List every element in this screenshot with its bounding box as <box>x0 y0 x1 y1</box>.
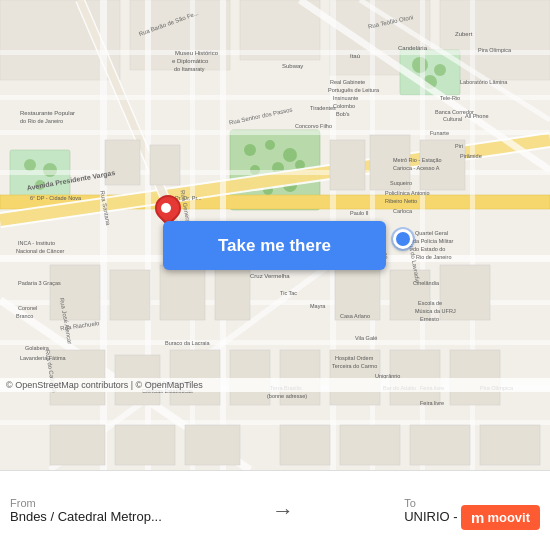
svg-text:Vila Galé: Vila Galé <box>355 335 377 341</box>
svg-text:Casa Arlano: Casa Arlano <box>340 313 370 319</box>
svg-text:do Estado do: do Estado do <box>413 246 445 252</box>
svg-text:Português de Leitura: Português de Leitura <box>328 87 380 93</box>
svg-rect-56 <box>50 265 100 320</box>
svg-text:Pira Olímpica: Pira Olímpica <box>478 47 512 53</box>
svg-text:All Phone: All Phone <box>465 113 489 119</box>
svg-text:Funarte: Funarte <box>430 130 449 136</box>
bottom-bar: From Bndes / Catedral Metrop... → To UNI… <box>0 470 550 550</box>
svg-rect-39 <box>0 95 550 100</box>
take-me-there-button[interactable]: Take me there <box>163 221 386 270</box>
svg-text:Zubert: Zubert <box>455 31 473 37</box>
svg-text:do Rio de Janeiro: do Rio de Janeiro <box>20 118 63 124</box>
from-name: Bndes / Catedral Metrop... <box>10 509 162 524</box>
svg-rect-75 <box>340 425 400 465</box>
svg-text:Carioca - Acesso A: Carioca - Acesso A <box>393 165 440 171</box>
svg-text:(bonne adresse): (bonne adresse) <box>267 393 307 399</box>
svg-text:Buraco da Lacraia: Buraco da Lacraia <box>165 340 211 346</box>
svg-text:6° DP - Cidade Nova: 6° DP - Cidade Nova <box>30 195 82 201</box>
attribution-bar: © OpenStreetMap contributors | © OpenMap… <box>0 378 550 392</box>
svg-point-22 <box>24 159 36 171</box>
svg-text:Piri: Piri <box>455 143 463 149</box>
map-area[interactable]: Avenida Presidente Vargas Rua Barão de S… <box>0 0 550 470</box>
svg-text:Lavanderia Fátima: Lavanderia Fátima <box>20 355 66 361</box>
svg-text:Real Gabinete: Real Gabinete <box>330 79 365 85</box>
svg-rect-51 <box>105 140 140 185</box>
svg-text:Policlínica Antonio: Policlínica Antonio <box>385 190 430 196</box>
svg-text:Mayra: Mayra <box>310 303 326 309</box>
route-from: From Bndes / Catedral Metrop... <box>10 497 162 524</box>
route-arrow: → <box>272 498 294 524</box>
moovit-wordmark: moovit <box>487 510 530 525</box>
attribution-text: © OpenStreetMap contributors | © OpenMap… <box>6 380 203 390</box>
from-label: From <box>10 497 162 509</box>
app-container: Avenida Presidente Vargas Rua Barão de S… <box>0 0 550 550</box>
svg-rect-77 <box>480 425 540 465</box>
svg-rect-72 <box>115 425 175 465</box>
svg-text:Restaurante Popular: Restaurante Popular <box>20 110 75 116</box>
svg-rect-52 <box>150 145 180 185</box>
svg-text:Cultural: Cultural <box>443 116 462 122</box>
svg-text:Nacional de Câncer: Nacional de Câncer <box>16 248 64 254</box>
svg-rect-38 <box>0 50 550 55</box>
svg-text:Feira livre: Feira livre <box>420 400 444 406</box>
svg-text:Metrô Rio - Estação: Metrô Rio - Estação <box>393 157 442 163</box>
svg-text:Carloca: Carloca <box>393 208 413 214</box>
svg-text:Hospital Ordem: Hospital Ordem <box>335 355 374 361</box>
svg-rect-71 <box>50 425 105 465</box>
svg-text:Tic Tac: Tic Tac <box>280 290 297 296</box>
svg-text:INCA - Instituto: INCA - Instituto <box>18 240 55 246</box>
svg-text:da Polícia Militar: da Polícia Militar <box>413 238 454 244</box>
svg-text:Rio de Janeiro: Rio de Janeiro <box>416 254 451 260</box>
svg-text:Candelária: Candelária <box>398 45 428 51</box>
svg-text:Ribeiro Netto: Ribeiro Netto <box>385 198 417 204</box>
svg-text:Tele-Rio: Tele-Rio <box>440 95 460 101</box>
svg-text:Branco: Branco <box>16 313 33 319</box>
svg-rect-44 <box>0 340 550 345</box>
button-label: Take me there <box>218 236 331 256</box>
svg-text:Museu Histórico: Museu Histórico <box>175 50 219 56</box>
svg-text:Colombo: Colombo <box>333 103 355 109</box>
svg-rect-53 <box>330 140 365 190</box>
svg-text:Escola de: Escola de <box>418 300 442 306</box>
svg-text:Suqueiro: Suqueiro <box>390 180 412 186</box>
svg-text:Terceira do Carmo: Terceira do Carmo <box>332 363 377 369</box>
moovit-m-icon: m <box>471 509 484 526</box>
svg-text:Bob's: Bob's <box>336 111 350 117</box>
svg-text:Quartel Geral: Quartel Geral <box>415 230 448 236</box>
svg-rect-76 <box>410 425 470 465</box>
svg-rect-58 <box>160 265 205 320</box>
svg-rect-46 <box>0 420 550 425</box>
moovit-logo: m moovit <box>461 505 540 530</box>
svg-text:Insinuante: Insinuante <box>333 95 358 101</box>
svg-rect-57 <box>110 270 150 320</box>
svg-rect-74 <box>280 425 330 465</box>
svg-text:e Diplomático: e Diplomático <box>172 58 209 64</box>
svg-text:Ernesto: Ernesto <box>420 316 439 322</box>
svg-text:Padaria 3 Graças: Padaria 3 Graças <box>18 280 61 286</box>
svg-text:Subway: Subway <box>282 63 303 69</box>
svg-point-19 <box>434 64 446 76</box>
svg-rect-73 <box>185 425 240 465</box>
svg-text:Cruz Vermelha: Cruz Vermelha <box>250 273 290 279</box>
svg-text:Laboratório Lâmina: Laboratório Lâmina <box>460 79 508 85</box>
svg-text:do Itamaraty: do Itamaraty <box>174 66 205 72</box>
blue-dot-marker <box>393 229 413 249</box>
svg-rect-40 <box>0 130 550 135</box>
svg-text:Concorvo Filho: Concorvo Filho <box>295 123 332 129</box>
svg-point-9 <box>283 148 297 162</box>
arrow-icon: → <box>272 498 294 523</box>
svg-text:Coronel: Coronel <box>18 305 37 311</box>
svg-text:Música da UFRJ: Música da UFRJ <box>415 308 456 314</box>
svg-point-7 <box>244 144 256 156</box>
svg-text:Paulo II: Paulo II <box>350 210 369 216</box>
svg-text:Itaú: Itaú <box>350 53 360 59</box>
svg-rect-59 <box>215 265 250 320</box>
svg-text:Pirâmide: Pirâmide <box>460 153 482 159</box>
svg-point-8 <box>265 140 275 150</box>
svg-rect-60 <box>335 265 380 320</box>
